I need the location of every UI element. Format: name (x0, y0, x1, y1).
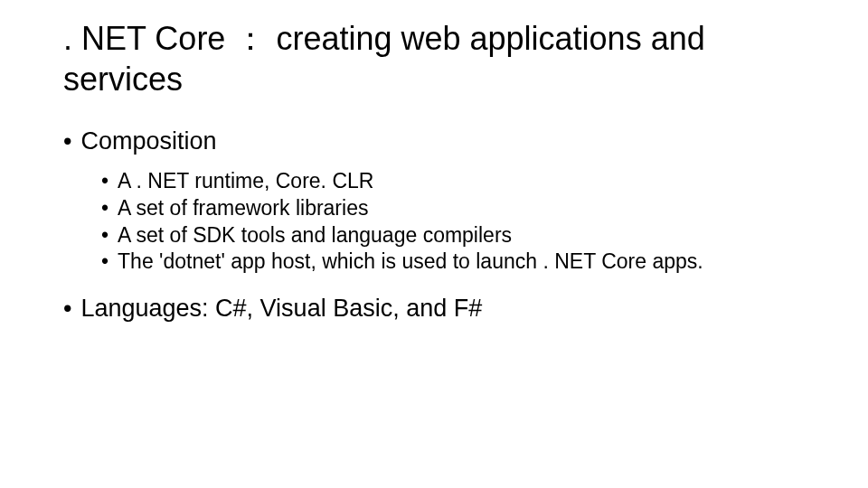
bullet-composition: • Composition (63, 125, 805, 159)
bullet-dot-icon: • (63, 125, 71, 159)
sub-bullet-text: A set of SDK tools and language compiler… (118, 222, 805, 249)
bullet-languages-text: Languages: C#, Visual Basic, and F# (80, 292, 482, 326)
bullet-dot-icon: • (101, 168, 108, 195)
bullet-composition-text: Composition (80, 125, 216, 159)
sub-bullet-text: A . NET runtime, Core. CLR (118, 168, 805, 195)
sub-bullet-text: A set of framework libraries (118, 195, 805, 222)
sub-bullet: • A set of framework libraries (101, 195, 805, 222)
sub-bullet: • A set of SDK tools and language compil… (101, 222, 805, 249)
sub-bullet: • The 'dotnet' app host, which is used t… (101, 249, 805, 276)
sub-bullet-text: The 'dotnet' app host, which is used to … (118, 249, 805, 276)
bullet-dot-icon: • (101, 195, 108, 222)
slide-title: . NET Core ： creating web applications a… (63, 18, 805, 99)
bullet-dot-icon: • (101, 249, 108, 276)
sub-bullet: • A . NET runtime, Core. CLR (101, 168, 805, 195)
bullet-languages: • Languages: C#, Visual Basic, and F# (63, 292, 805, 326)
bullet-dot-icon: • (63, 292, 71, 326)
bullet-dot-icon: • (101, 222, 108, 249)
